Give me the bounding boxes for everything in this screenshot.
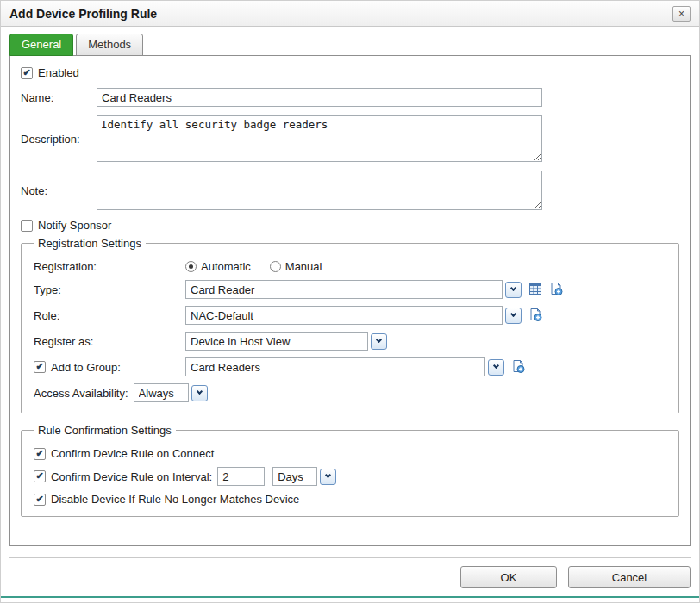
- add-page-icon: [549, 282, 563, 298]
- add-to-group-toggle[interactable]: Add to Group:: [34, 361, 185, 374]
- interval-value-input[interactable]: [217, 467, 265, 486]
- role-input[interactable]: [185, 306, 503, 325]
- role-combo: [185, 306, 522, 325]
- confirm-on-connect-checkbox[interactable]: [34, 448, 46, 460]
- access-availability-input[interactable]: [134, 383, 189, 402]
- rule-confirmation-settings-group: Rule Confirmation Settings Confirm Devic…: [21, 424, 679, 517]
- confirm-on-connect-toggle[interactable]: Confirm Device Rule on Connect: [34, 447, 214, 460]
- add-page-icon: [528, 308, 542, 324]
- add-to-group-label: Add to Group:: [51, 361, 121, 374]
- confirm-on-interval-checkbox[interactable]: [34, 470, 46, 482]
- chevron-down-icon: [197, 389, 203, 395]
- description-label: Description:: [21, 133, 97, 146]
- type-dropdown-button[interactable]: [505, 282, 522, 298]
- enabled-checkbox[interactable]: [21, 67, 33, 79]
- confirm-on-interval-label: Confirm Device Rule on Interval:: [51, 470, 212, 483]
- register-as-dropdown-button[interactable]: [371, 333, 387, 350]
- register-as-row: Register as:: [34, 332, 666, 351]
- add-device-profiling-rule-dialog: Add Device Profiling Rule × General Meth…: [0, 0, 700, 603]
- chevron-down-icon: [376, 337, 382, 343]
- close-icon: ×: [678, 8, 684, 20]
- chevron-down-icon: [510, 311, 516, 317]
- type-combo: [185, 280, 522, 299]
- add-role-button[interactable]: [528, 308, 542, 323]
- disable-device-checkbox[interactable]: [34, 494, 46, 506]
- registration-settings-group: Registration Settings Registration: Auto…: [21, 237, 679, 413]
- name-label: Name:: [21, 91, 97, 104]
- access-availability-combo: [134, 383, 208, 402]
- add-to-group-input[interactable]: [185, 357, 485, 376]
- add-to-group-dropdown-button[interactable]: [488, 359, 504, 376]
- tab-bar: General Methods: [9, 34, 691, 56]
- registration-manual-option[interactable]: Manual: [270, 260, 322, 273]
- notify-sponsor-row: Notify Sponsor: [21, 219, 679, 232]
- type-label: Type:: [34, 283, 185, 296]
- radio-icon: [185, 261, 197, 272]
- interval-unit-combo: [272, 467, 336, 486]
- dialog-title: Add Device Profiling Rule: [9, 7, 672, 21]
- role-row: Role:: [34, 306, 666, 325]
- name-row: Name:: [21, 88, 679, 107]
- confirm-on-interval-row: Confirm Device Rule on Interval:: [34, 467, 666, 486]
- dialog-titlebar: Add Device Profiling Rule ×: [1, 1, 699, 27]
- chevron-down-icon: [510, 285, 516, 291]
- add-group-button[interactable]: [510, 360, 525, 375]
- registration-settings-legend: Registration Settings: [34, 237, 146, 250]
- registration-manual-label: Manual: [285, 260, 322, 273]
- description-textarea[interactable]: Identify all security badge readers: [97, 115, 542, 162]
- confirm-on-connect-label: Confirm Device Rule on Connect: [51, 447, 214, 460]
- disable-device-label: Disable Device If Rule No Longer Matches…: [51, 493, 299, 506]
- dialog-bottom-accent-line: [1, 596, 699, 598]
- cancel-button[interactable]: Cancel: [568, 566, 691, 588]
- type-row: Type:: [34, 280, 666, 299]
- chevron-down-icon: [325, 472, 331, 478]
- dialog-footer: OK Cancel: [9, 557, 691, 588]
- role-label: Role:: [34, 309, 185, 322]
- confirm-on-interval-toggle[interactable]: Confirm Device Rule on Interval:: [34, 470, 212, 483]
- add-page-icon: [511, 359, 525, 376]
- name-input[interactable]: [97, 88, 542, 107]
- grid-icon: [528, 282, 542, 298]
- chevron-down-icon: [493, 363, 499, 369]
- dialog-content: General Methods Enabled Name: Descriptio…: [1, 27, 699, 546]
- ok-button[interactable]: OK: [460, 566, 557, 588]
- radio-icon: [270, 261, 281, 272]
- enabled-label: Enabled: [38, 66, 79, 79]
- register-as-input[interactable]: [185, 332, 368, 351]
- interval-unit-dropdown-button[interactable]: [320, 469, 336, 485]
- access-availability-dropdown-button[interactable]: [191, 385, 208, 401]
- type-input[interactable]: [185, 280, 503, 299]
- interval-unit-input[interactable]: [272, 467, 317, 486]
- notify-sponsor-checkbox[interactable]: [21, 220, 33, 232]
- access-availability-label: Access Availability:: [34, 387, 128, 400]
- close-button[interactable]: ×: [672, 6, 691, 22]
- browse-device-types-button[interactable]: [528, 283, 542, 297]
- access-availability-row: Access Availability:: [34, 383, 666, 402]
- registration-row: Registration: Automatic Manual: [34, 260, 666, 273]
- add-to-group-row: Add to Group:: [34, 357, 666, 376]
- add-device-type-button[interactable]: [548, 283, 563, 297]
- registration-automatic-label: Automatic: [201, 260, 251, 273]
- note-row: Note:: [21, 171, 679, 210]
- registration-automatic-option[interactable]: Automatic: [185, 260, 251, 273]
- note-textarea[interactable]: [97, 171, 542, 210]
- role-dropdown-button[interactable]: [505, 308, 522, 324]
- tab-methods[interactable]: Methods: [76, 34, 143, 56]
- disable-device-row: Disable Device If Rule No Longer Matches…: [34, 493, 666, 506]
- add-to-group-combo: [185, 357, 504, 376]
- add-to-group-checkbox[interactable]: [34, 361, 46, 373]
- register-as-combo: [185, 332, 387, 351]
- notify-sponsor-label: Notify Sponsor: [38, 219, 111, 232]
- note-label: Note:: [21, 184, 97, 197]
- rule-confirmation-settings-legend: Rule Confirmation Settings: [34, 424, 176, 437]
- enabled-row: Enabled: [21, 66, 679, 79]
- registration-label: Registration:: [34, 260, 185, 273]
- disable-device-toggle[interactable]: Disable Device If Rule No Longer Matches…: [34, 493, 299, 506]
- tab-general[interactable]: General: [9, 34, 73, 56]
- general-tab-panel: Enabled Name: Description: Identify all …: [9, 55, 691, 546]
- confirm-on-connect-row: Confirm Device Rule on Connect: [34, 447, 666, 460]
- description-row: Description: Identify all security badge…: [21, 115, 679, 162]
- register-as-label: Register as:: [34, 335, 185, 348]
